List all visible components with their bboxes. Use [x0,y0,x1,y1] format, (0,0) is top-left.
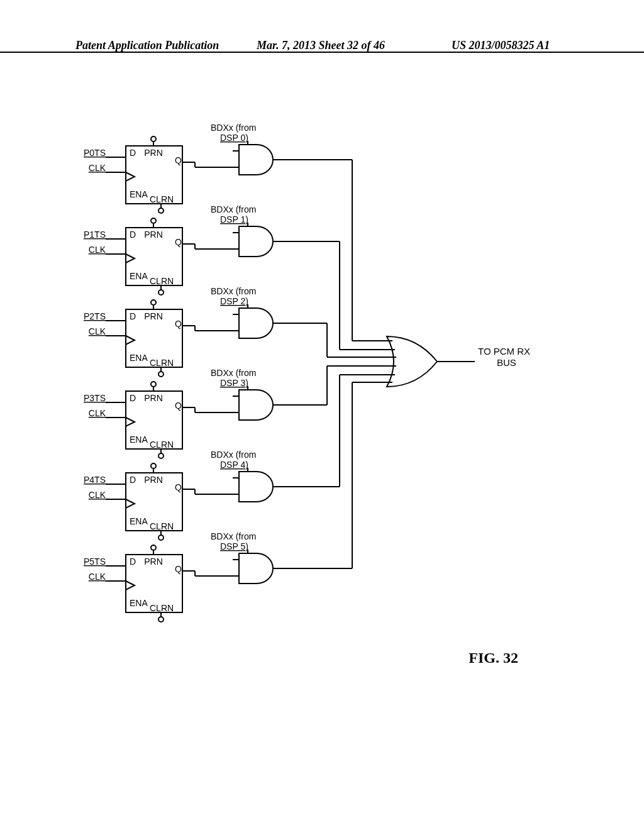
svg-text:BDXx (from: BDXx (from [211,450,256,460]
output-label-2: BUS [497,357,516,368]
svg-text:DSP 0): DSP 0) [220,133,248,143]
svg-text:CLK: CLK [89,572,106,582]
svg-text:P1TS: P1TS [84,230,106,240]
header-right: US 2013/0058325 A1 [452,39,550,52]
svg-text:P2TS: P2TS [84,311,106,321]
svg-text:BDXx (from: BDXx (from [211,204,256,214]
svg-text:CLK: CLK [89,326,106,336]
figure-label: FIG. 32 [469,650,518,667]
svg-text:CLK: CLK [89,490,106,500]
svg-text:P5TS: P5TS [84,556,106,567]
svg-text:P3TS: P3TS [84,393,106,403]
svg-text:DSP 4): DSP 4) [220,460,248,470]
svg-text:P4TS: P4TS [84,475,106,485]
svg-text:DSP 5): DSP 5) [220,541,248,551]
circuit-diagram: D PRN Q ENA CLRN [0,113,644,679]
svg-text:BDXx (from: BDXx (from [211,123,256,133]
svg-text:DSP 1): DSP 1) [220,214,248,224]
svg-text:DSP 2): DSP 2) [220,296,248,306]
svg-text:BDXx (from: BDXx (from [211,286,256,296]
svg-text:P0TS: P0TS [84,148,106,158]
header-left: Patent Application Publication [75,39,219,52]
svg-text:BDXx (from: BDXx (from [211,531,256,541]
stage-2: P2TS CLK BDXx (from DSP 2) [84,286,396,377]
svg-text:CLK: CLK [89,408,106,418]
svg-text:BDXx (from: BDXx (from [211,368,256,378]
header-rule [0,52,644,53]
svg-text:DSP 3): DSP 3) [220,378,248,388]
svg-text:CLK: CLK [89,163,106,173]
svg-text:CLK: CLK [89,245,106,255]
header-mid: Mar. 7, 2013 Sheet 32 of 46 [257,39,385,52]
stage-3: P3TS CLK BDXx (from DSP 3) [84,366,396,458]
output-label-1: TO PCM RX [478,346,530,357]
